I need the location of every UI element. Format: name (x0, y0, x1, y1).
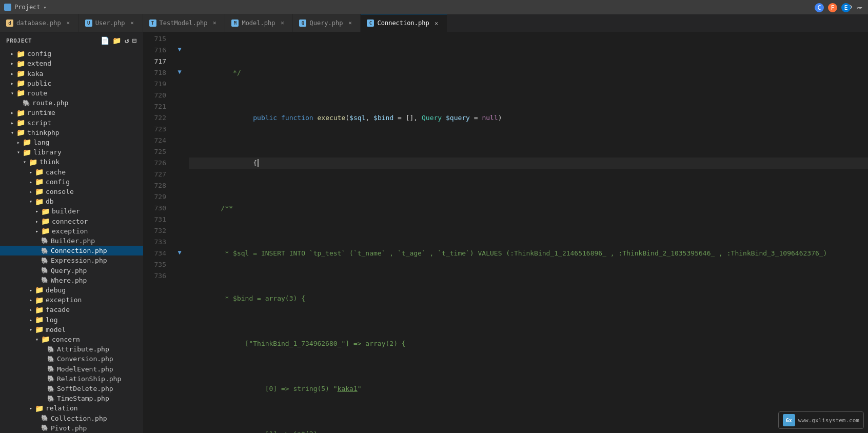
tab-close-user[interactable]: ✕ (128, 19, 136, 27)
gutter-733 (174, 235, 185, 247)
gutter-732 (174, 224, 185, 235)
folder-arrow-kaka (8, 71, 16, 76)
file-label-query-php: Query.php (51, 267, 87, 274)
sidebar-item-kaka[interactable]: 📁 kaka (0, 68, 143, 78)
code-content[interactable]: */ public function execute($sql, $bind =… (185, 32, 868, 433)
edge-icon[interactable]: E (841, 3, 851, 12)
top-right-icons: C F E ⋯ (815, 3, 864, 12)
code-717-content: { (189, 146, 263, 180)
sidebar-item-exception2[interactable]: 📁 exception (0, 295, 143, 305)
code-718-content: /** (189, 203, 233, 214)
folder-icon-concern: 📁 (41, 335, 50, 343)
chrome-icon[interactable]: C (815, 3, 824, 12)
tab-close-database[interactable]: ✕ (64, 19, 72, 27)
refresh-icon[interactable]: ↺ (125, 36, 129, 45)
sidebar-item-relation[interactable]: 📁 relation (0, 403, 143, 413)
tab-database[interactable]: d database.php ✕ (0, 14, 79, 32)
sidebar-item-where-php[interactable]: 🐘 Where.php (0, 275, 143, 285)
sidebar-item-log[interactable]: 📁 log (0, 314, 143, 324)
folder-label-lang: lang (33, 139, 49, 146)
tab-connection[interactable]: C Connection.php ✕ (361, 14, 447, 32)
sidebar-item-console[interactable]: 📁 console (0, 187, 143, 196)
line-num-719: 719 (144, 78, 170, 90)
sidebar-item-db[interactable]: 📁 db (0, 196, 143, 206)
gutter-726 (174, 156, 185, 168)
sidebar-item-concern[interactable]: 📁 concern (0, 334, 143, 344)
sidebar-item-exception[interactable]: 📁 exception (0, 226, 143, 236)
folder-icon-debug: 📁 (35, 286, 44, 294)
line-num-722: 722 (144, 112, 170, 124)
sidebar-item-runtime[interactable]: 📁 runtime (0, 108, 143, 117)
line-num-735: 735 (144, 259, 170, 270)
tab-close-query[interactable]: ✕ (346, 19, 354, 27)
sidebar-item-conversion-php[interactable]: 🐘 Conversion.php (0, 354, 143, 364)
sidebar-item-debug[interactable]: 📁 debug (0, 285, 143, 295)
folder-icon-lang: 📁 (23, 138, 31, 146)
sidebar-item-attribute-php[interactable]: 🐘 Attribute.php (0, 344, 143, 354)
code-line-718: /** (189, 203, 868, 214)
sidebar-item-modelevent-php[interactable]: 🐘 ModelEvent.php (0, 364, 143, 374)
tab-user[interactable]: U User.php ✕ (79, 14, 143, 32)
file-label-attribute: Attribute.php (57, 345, 109, 353)
gutter-717 (174, 55, 185, 66)
file-icon-collection: 🐘 (41, 415, 49, 422)
sidebar-item-config[interactable]: 📁 config (0, 49, 143, 58)
new-file-icon[interactable]: 📄 (101, 36, 110, 45)
sidebar-item-collection-php[interactable]: 🐘 Collection.php (0, 414, 143, 423)
tab-label-connection: Connection.php (377, 19, 429, 27)
tab-close-model[interactable]: ✕ (278, 19, 286, 27)
line-num-732: 732 (144, 225, 170, 237)
sidebar-item-connection-php[interactable]: 🐘 Connection.php (0, 246, 143, 255)
tab-model[interactable]: M Model.php ✕ (225, 14, 293, 32)
sidebar-item-config2[interactable]: 📁 config (0, 177, 143, 187)
sidebar-item-script[interactable]: 📁 script (0, 117, 143, 127)
sidebar-item-lang[interactable]: 📁 lang (0, 137, 143, 147)
sidebar-item-pivot-php[interactable]: 🐘 Pivot.php (0, 423, 143, 433)
editor-area: 715 716 717 718 719 720 721 722 723 724 … (144, 32, 868, 433)
sidebar-item-route-php[interactable]: 🐘 route.php (0, 98, 143, 108)
code-723-content: [1] => int(2) (189, 428, 317, 433)
folder-icon-facade: 📁 (35, 306, 44, 314)
editor-content[interactable]: 715 716 717 718 719 720 721 722 723 724 … (144, 32, 868, 433)
tab-query[interactable]: Q Query.php ✕ (293, 14, 361, 32)
folder-arrow-config2 (27, 179, 35, 185)
new-folder-icon[interactable]: 📁 (112, 36, 122, 45)
file-label-expression-php: Expression.php (51, 257, 107, 264)
dropdown-arrow-icon[interactable]: ▾ (44, 5, 47, 10)
sidebar-item-connector[interactable]: 📁 connector (0, 216, 143, 226)
sidebar-item-think[interactable]: 📁 think (0, 157, 143, 167)
firefox-icon[interactable]: F (828, 3, 837, 12)
gutter-729 (174, 190, 185, 202)
tab-close-testmodel[interactable]: ✕ (210, 19, 219, 27)
tab-label-query: Query.php (309, 19, 343, 27)
sidebar-item-builder[interactable]: 📁 builder (0, 206, 143, 216)
folder-icon-builder: 📁 (41, 207, 50, 215)
sidebar-item-public[interactable]: 📁 public (0, 78, 143, 88)
sidebar-item-builder-php[interactable]: 🐘 Builder.php (0, 236, 143, 246)
folder-icon-think: 📁 (29, 158, 37, 166)
sidebar-item-query-php[interactable]: 🐘 Query.php (0, 265, 143, 275)
folder-label-kaka: kaka (27, 70, 43, 77)
sidebar-item-library[interactable]: 📁 library (0, 147, 143, 157)
sidebar-item-softdelete-php[interactable]: 🐘 SoftDelete.php (0, 384, 143, 393)
sidebar-item-relationship-php[interactable]: 🐘 RelationShip.php (0, 374, 143, 384)
sidebar-item-route[interactable]: 📁 route (0, 88, 143, 98)
sidebar-item-thinkphp[interactable]: 📁 thinkphp (0, 128, 143, 137)
more-icon[interactable]: ⋯ (855, 3, 864, 12)
sidebar-item-expression-php[interactable]: 🐘 Expression.php (0, 255, 143, 265)
sidebar-item-cache[interactable]: 📁 cache (0, 167, 143, 176)
tab-close-connection[interactable]: ✕ (432, 19, 441, 27)
sidebar-item-timestamp-php[interactable]: 🐘 TimeStamp.php (0, 393, 143, 403)
sidebar-item-extend[interactable]: 📁 extend (0, 58, 143, 68)
folder-arrow-lang (14, 140, 23, 145)
file-icon-timestamp: 🐘 (47, 395, 55, 402)
sidebar-item-facade[interactable]: 📁 facade (0, 305, 143, 314)
code-716-content: public function execute($sql, $bind = []… (189, 101, 502, 135)
file-icon-route-php: 🐘 (23, 100, 30, 107)
file-label-where-php: Where.php (51, 277, 87, 284)
collapse-icon[interactable]: ⊟ (132, 36, 137, 45)
file-icon-where-php: 🐘 (41, 277, 49, 284)
tab-testmodel[interactable]: T TestModel.php ✕ (143, 14, 226, 32)
sidebar-item-model[interactable]: 📁 model (0, 325, 143, 334)
folder-label-thinkphp: thinkphp (27, 129, 60, 136)
